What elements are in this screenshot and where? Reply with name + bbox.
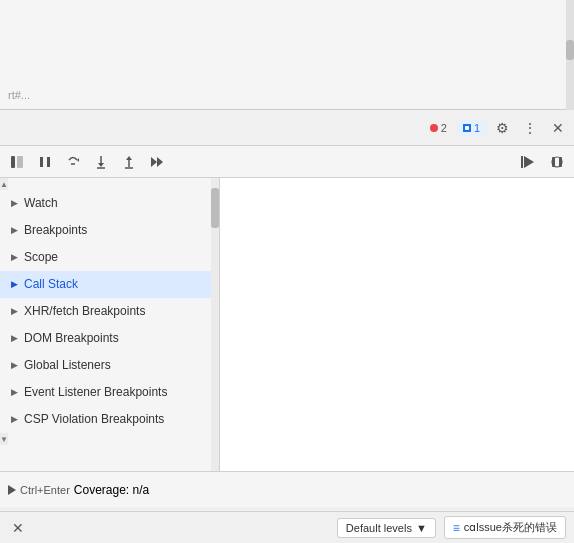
section-label-breakpoints: Breakpoints	[24, 223, 87, 237]
section-scope[interactable]: ▶ Scope	[0, 244, 212, 271]
svg-marker-13	[157, 157, 163, 167]
svg-marker-10	[126, 156, 132, 160]
gear-icon: ⚙	[496, 120, 509, 136]
debug-toolbar	[0, 146, 574, 178]
section-arrow-event: ▶	[8, 386, 20, 398]
main-toolbar: 2 1 ⚙ ⋮ ✕	[0, 110, 574, 146]
main-panel: ▲ ▶ Watch ▶ Breakpoints ▶ Scope ▶ Call S…	[0, 178, 574, 471]
deactivate-icon	[521, 154, 537, 170]
run-button[interactable]: Ctrl+Enter	[8, 484, 70, 496]
section-label-scope: Scope	[24, 250, 58, 264]
editor-text: rt#...	[8, 89, 30, 101]
pause-button[interactable]	[32, 149, 58, 175]
section-dom-breakpoints[interactable]: ▶ DOM Breakpoints	[0, 325, 212, 352]
toggle-sidebar-button[interactable]	[4, 149, 30, 175]
section-arrow-breakpoints: ▶	[8, 224, 20, 236]
sections-list: ▲ ▶ Watch ▶ Breakpoints ▶ Scope ▶ Call S…	[0, 178, 212, 445]
status-close-icon: ✕	[12, 520, 24, 536]
status-bar: ✕ Default levels ▼ ≡ cɑlssue杀死的错误	[0, 511, 574, 543]
default-levels-label: Default levels	[346, 522, 412, 534]
section-arrow-dom: ▶	[8, 332, 20, 344]
more-icon: ⋮	[523, 120, 537, 136]
step-into-icon	[93, 154, 109, 170]
close-icon: ✕	[552, 120, 564, 136]
section-label-dom: DOM Breakpoints	[24, 331, 119, 345]
toggle-sidebar-icon	[9, 154, 25, 170]
section-label-csp: CSP Violation Breakpoints	[24, 412, 164, 426]
dropdown-arrow-icon: ▼	[416, 522, 427, 534]
error-count: 2	[441, 122, 447, 134]
filter-text: cɑlssue杀死的错误	[464, 520, 557, 535]
warning-count: 1	[474, 122, 480, 134]
svg-marker-12	[151, 157, 157, 167]
red-dot-icon	[430, 124, 438, 132]
shortcut-label: Ctrl+Enter	[20, 484, 70, 496]
continue-icon	[149, 154, 165, 170]
warning-badge[interactable]: 1	[457, 120, 486, 136]
section-label-event: Event Listener Breakpoints	[24, 385, 167, 399]
section-arrow-csp: ▶	[8, 413, 20, 425]
svg-rect-2	[40, 157, 43, 167]
section-label-call-stack: Call Stack	[24, 277, 78, 291]
section-csp-breakpoints[interactable]: ▶ CSP Violation Breakpoints	[0, 406, 212, 433]
step-into-button[interactable]	[88, 149, 114, 175]
right-panel	[220, 178, 574, 471]
play-icon	[8, 485, 16, 495]
section-event-listener-breakpoints[interactable]: ▶ Event Listener Breakpoints	[0, 379, 212, 406]
status-right: Default levels ▼ ≡ cɑlssue杀死的错误	[337, 516, 566, 539]
section-label-watch: Watch	[24, 196, 58, 210]
settings-button[interactable]: ⚙	[490, 116, 514, 140]
toolbar-right: 2 1 ⚙ ⋮ ✕	[424, 116, 570, 140]
svg-rect-3	[47, 157, 50, 167]
step-out-icon	[121, 154, 137, 170]
scrollbar-right[interactable]	[566, 0, 574, 110]
section-watch[interactable]: ▶ Watch	[0, 190, 212, 217]
section-arrow-xhr: ▶	[8, 305, 20, 317]
svg-marker-4	[77, 158, 79, 162]
section-arrow-scope: ▶	[8, 251, 20, 263]
left-panel: ▲ ▶ Watch ▶ Breakpoints ▶ Scope ▶ Call S…	[0, 178, 220, 471]
section-breakpoints[interactable]: ▶ Breakpoints	[0, 217, 212, 244]
default-levels-button[interactable]: Default levels ▼	[337, 518, 436, 538]
error-badge[interactable]: 2	[424, 120, 453, 136]
step-over-icon	[65, 154, 81, 170]
section-global-listeners[interactable]: ▶ Global Listeners	[0, 352, 212, 379]
blue-dot-icon	[463, 124, 471, 132]
panel-scrollbar[interactable]	[211, 178, 219, 471]
step-over-button[interactable]	[60, 149, 86, 175]
deactivate-button[interactable]	[516, 149, 542, 175]
section-call-stack[interactable]: ▶ Call Stack	[0, 271, 212, 298]
continue-button[interactable]	[144, 149, 170, 175]
more-button[interactable]: ⋮	[518, 116, 542, 140]
scroll-arrow-down[interactable]: ▼	[0, 433, 8, 445]
scroll-arrow-up[interactable]: ▲	[0, 178, 8, 190]
panel-scrollbar-thumb[interactable]	[211, 188, 219, 228]
section-arrow-watch: ▶	[8, 197, 20, 209]
section-arrow-call-stack: ▶	[8, 278, 20, 290]
scrollbar-thumb[interactable]	[566, 40, 574, 60]
step-out-button[interactable]	[116, 149, 142, 175]
code-editor-area: rt#...	[0, 0, 574, 110]
filter-icon: ≡	[453, 521, 460, 535]
pause-icon	[38, 155, 52, 169]
svg-marker-7	[98, 163, 104, 167]
pause-exceptions-button[interactable]	[544, 149, 570, 175]
svg-rect-0	[11, 156, 15, 168]
close-button[interactable]: ✕	[546, 116, 570, 140]
bottom-toolbar: Ctrl+Enter Coverage: n/a	[0, 471, 574, 507]
svg-rect-1	[17, 156, 23, 168]
status-close-button[interactable]: ✕	[8, 518, 28, 538]
coverage-label: Coverage: n/a	[74, 483, 149, 497]
svg-marker-14	[524, 156, 534, 168]
section-xhr-breakpoints[interactable]: ▶ XHR/fetch Breakpoints	[0, 298, 212, 325]
section-label-xhr: XHR/fetch Breakpoints	[24, 304, 145, 318]
section-arrow-global: ▶	[8, 359, 20, 371]
section-label-global: Global Listeners	[24, 358, 111, 372]
pause-exceptions-icon	[549, 154, 565, 170]
console-filter[interactable]: ≡ cɑlssue杀死的错误	[444, 516, 566, 539]
